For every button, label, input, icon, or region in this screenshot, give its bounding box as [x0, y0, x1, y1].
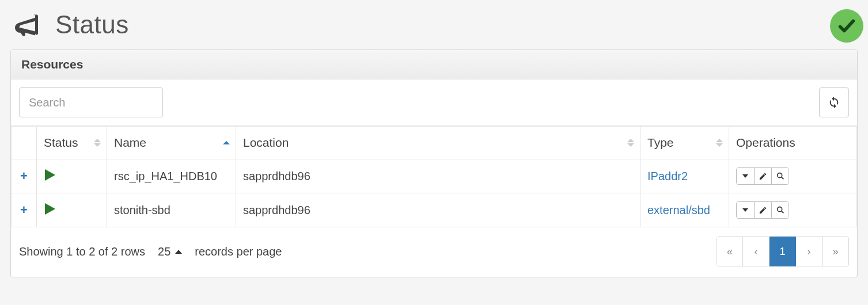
- table-footer: Showing 1 to 2 of 2 rows 25 records per …: [11, 227, 857, 277]
- magnifier-icon: [776, 205, 785, 215]
- pagination: « ‹ 1 › »: [717, 237, 849, 266]
- sort-icon: [94, 139, 101, 147]
- page-prev-button[interactable]: ‹: [743, 237, 770, 266]
- col-type[interactable]: Type: [640, 127, 729, 159]
- expand-row-icon[interactable]: +: [20, 169, 28, 184]
- caret-down-icon: [742, 208, 748, 212]
- refresh-button[interactable]: [819, 87, 849, 117]
- row-operations: [736, 201, 789, 219]
- col-label: Name: [114, 136, 146, 149]
- row-edit-button[interactable]: [754, 202, 771, 218]
- col-status[interactable]: Status: [37, 127, 107, 159]
- panel-toolbar: [11, 79, 857, 126]
- table-header-row: Status Name Location Type Operations: [12, 127, 857, 159]
- expand-row-icon[interactable]: +: [20, 203, 28, 218]
- records-label: records per page: [195, 245, 282, 258]
- magnifier-icon: [776, 171, 785, 181]
- col-label: Operations: [736, 136, 795, 149]
- resources-panel: Resources Status Name: [10, 49, 858, 277]
- svg-line-3: [781, 211, 783, 214]
- row-edit-button[interactable]: [754, 168, 771, 184]
- col-operations: Operations: [729, 127, 857, 159]
- page-size-selector[interactable]: 25: [158, 245, 182, 258]
- cell-name: stonith-sbd: [107, 193, 236, 227]
- row-details-button[interactable]: [771, 202, 789, 218]
- type-link[interactable]: IPaddr2: [647, 170, 688, 182]
- refresh-icon: [828, 96, 840, 109]
- type-link[interactable]: external/sbd: [647, 204, 710, 216]
- svg-point-0: [777, 173, 782, 178]
- overall-status-ok-icon: [830, 9, 863, 43]
- resources-table: Status Name Location Type Operations: [11, 126, 857, 227]
- page-title: Status: [55, 10, 129, 39]
- running-status-icon: [45, 203, 55, 215]
- row-operations: [736, 167, 789, 185]
- sort-icon: [716, 139, 723, 147]
- col-expand: [12, 127, 37, 159]
- caret-up-icon: [175, 250, 182, 254]
- running-status-icon: [45, 169, 55, 181]
- bullhorn-icon: [14, 12, 39, 37]
- row-details-button[interactable]: [771, 168, 789, 184]
- cell-location: sapprdhdb96: [236, 159, 640, 193]
- search-input[interactable]: [19, 87, 163, 117]
- svg-point-2: [777, 207, 782, 212]
- pencil-icon: [759, 172, 767, 181]
- panel-title: Resources: [11, 50, 857, 79]
- cell-name: rsc_ip_HA1_HDB10: [107, 159, 236, 193]
- caret-down-icon: [742, 174, 748, 178]
- sort-icon: [627, 139, 634, 147]
- table-row: + rsc_ip_HA1_HDB10 sapprdhdb96 IPaddr2: [12, 159, 857, 193]
- page-next-button[interactable]: ›: [796, 237, 822, 266]
- svg-line-1: [781, 177, 783, 180]
- cell-location: sapprdhdb96: [236, 193, 640, 227]
- page-size-value: 25: [158, 245, 170, 258]
- col-name[interactable]: Name: [107, 127, 236, 159]
- page-first-button[interactable]: «: [717, 237, 743, 266]
- col-location[interactable]: Location: [236, 127, 640, 159]
- page-number-button[interactable]: 1: [770, 237, 796, 266]
- col-label: Location: [243, 136, 289, 149]
- table-row: + stonith-sbd sapprdhdb96 external/sbd: [12, 193, 857, 227]
- col-label: Type: [647, 136, 674, 149]
- page-last-button[interactable]: »: [822, 237, 849, 266]
- pencil-icon: [759, 206, 767, 215]
- row-menu-button[interactable]: [737, 202, 754, 218]
- row-menu-button[interactable]: [737, 168, 754, 184]
- col-label: Status: [44, 136, 78, 149]
- showing-text: Showing 1 to 2 of 2 rows: [19, 245, 145, 258]
- sort-icon: [223, 141, 230, 144]
